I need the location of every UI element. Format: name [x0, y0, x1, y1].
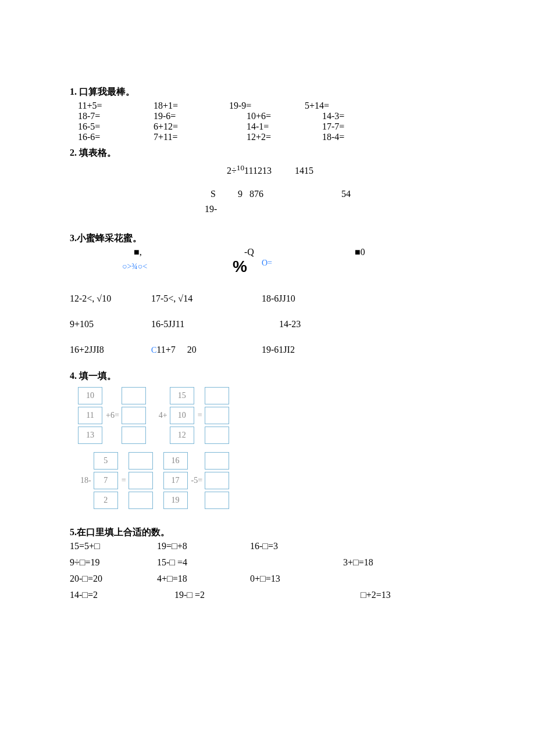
q2-text: 2÷ — [227, 166, 237, 175]
q3-cell: 16-5JJ11 — [151, 319, 262, 329]
q4-box: 10 — [170, 407, 194, 424]
q2-text: 19- — [205, 204, 217, 214]
q3-sym: O= — [262, 259, 272, 268]
q2-body: 2÷10111213 1415 S 9 876 54 19- — [198, 162, 465, 216]
q3-bee: -Q — [244, 247, 355, 257]
q4-box — [205, 407, 229, 424]
q4-box — [205, 472, 229, 489]
q1-cell: 19-6= — [154, 111, 229, 121]
q1-cell: 14-1= — [229, 121, 322, 132]
q3-row: 12-2<, √10 17-5<, √14 18-6JJ10 — [70, 293, 465, 304]
q4-box: 16 — [163, 452, 188, 470]
q1-row: 16-5= 6+12= 14-1= 17-7= — [78, 121, 465, 132]
q2-heading: 2. 填表格。 — [70, 147, 465, 159]
q2-sup: 10 — [237, 163, 244, 172]
q5-cell: 20-□=20 — [70, 574, 157, 584]
q4-box — [205, 427, 229, 444]
q1-row: 11+5= 18+1= 19-9= 5+14= — [78, 101, 465, 111]
q4-box: 15 — [170, 387, 194, 404]
q4-op: -5= — [189, 476, 205, 485]
q4-box: 10 — [78, 387, 102, 404]
q1-cell: 10+6= — [229, 111, 322, 121]
q5-heading: 5.在口里填上合适的数。 — [70, 526, 465, 539]
q3-c-prefix: C — [151, 346, 156, 354]
q1-cell: 7+11= — [154, 132, 229, 142]
q1-cell: 18+1= — [154, 101, 229, 111]
q5-cell: 15=5+□ — [70, 541, 157, 551]
q3-cell: 14-23 — [279, 319, 372, 329]
q1-cell: 18-7= — [78, 111, 154, 121]
q4-op: 18- — [78, 476, 94, 485]
q4-box — [205, 452, 229, 470]
q4-box: 7 — [94, 472, 118, 489]
q3-sym: % — [233, 257, 349, 276]
q5-cell: 19-□ =2 — [157, 590, 268, 600]
q4-box: 11 — [78, 407, 102, 424]
q1-cell: 16-6= — [78, 132, 154, 142]
q4-box: 2 — [94, 492, 118, 509]
q1-cell: 17-7= — [322, 121, 398, 132]
q3-cell: 9+105 — [70, 319, 151, 329]
q3-bee: ■, — [134, 247, 244, 257]
q2-text: S — [211, 189, 216, 199]
q3-bee-row: ■, -Q ■0 — [134, 247, 465, 257]
q4-box — [205, 492, 229, 509]
q5-row: 20-□=20 4+□=18 0+□=13 — [70, 574, 465, 584]
q1-cell: 12+2= — [229, 132, 322, 142]
q5-cell: □+2=13 — [361, 590, 391, 600]
q2-line: 2÷10111213 1415 — [198, 162, 465, 178]
q1-cell: 16-5= — [78, 121, 154, 132]
q4-box — [122, 427, 146, 444]
q4-box: 17 — [163, 472, 188, 489]
q3-row: 16+2JJI8 C11+7 20 19-61JI2 — [70, 345, 465, 355]
q4-box — [205, 387, 229, 404]
q1-body: 11+5= 18+1= 19-9= 5+14= 18-7= 19-6= 10+6… — [70, 101, 465, 142]
q2-text: 111213 — [244, 166, 272, 175]
q4-box — [129, 452, 153, 470]
q1-cell: 19-9= — [229, 101, 305, 111]
q5-cell: 9÷□=19 — [70, 557, 157, 568]
q5-cell: 0+□=13 — [250, 574, 343, 584]
q4-op: = — [195, 411, 205, 420]
q3-cell: 16+2JJI8 — [70, 345, 151, 355]
q3-cell: 17-5<, √14 — [151, 293, 262, 304]
q3-sym-row: ○>¾○< % O= — [122, 257, 465, 276]
q3-bee: ■0 — [355, 247, 365, 257]
q4-box: 5 — [94, 452, 118, 470]
q5-cell: 19=□+8 — [157, 541, 250, 551]
q4-box — [129, 472, 153, 489]
q2-text: 54 — [341, 189, 351, 199]
q1-row: 18-7= 19-6= 10+6= 14-3= — [78, 111, 465, 121]
q5-cell: 16-□=3 — [250, 541, 343, 551]
q4-box: 13 — [78, 427, 102, 444]
q1-cell: 5+14= — [305, 101, 380, 111]
q3-sym: ○>¾○< — [122, 262, 233, 271]
q4-block: 4+ 15 = 4+ 10 = 4+ 12 = — [156, 386, 230, 445]
q4-op: 4+ — [156, 411, 170, 420]
q5-row: 9÷□=19 15-□ =4 3+□=18 — [70, 557, 465, 568]
q1-cell: 14-3= — [322, 111, 398, 121]
q2-text: 1415 — [295, 166, 313, 175]
q2-text: 9 876 — [238, 189, 263, 199]
q4-op: = — [119, 476, 129, 485]
q3-cell: C11+7 20 — [151, 345, 262, 355]
q3-row: 9+105 16-5JJ11 14-23 — [70, 319, 465, 329]
q4-block: 16 -5= 17 -5= 19 -5= — [163, 451, 231, 510]
q4-box: 12 — [170, 427, 194, 444]
q1-cell: 18-4= — [322, 132, 398, 142]
q4-block: 10 +6= 11 +6= 13 +6= — [78, 386, 147, 445]
q4-box — [122, 387, 146, 404]
q3-cell-text: 11+7 20 — [156, 345, 196, 354]
q5-cell: 3+□=18 — [343, 557, 373, 568]
q3-cell: 19-61JI2 — [262, 345, 355, 355]
q4-block: 18- 5 = 18- 7 = 18- 2 = — [78, 451, 154, 510]
q5-row: 14-□=2 19-□ =2 □+2=13 — [70, 590, 465, 600]
q5-cell: 15-□ =4 — [157, 557, 250, 568]
q1-heading: 1. 口算我最棒。 — [70, 86, 465, 98]
q3-cell: 18-6JJ10 — [262, 293, 355, 304]
q4-box: 19 — [163, 492, 188, 509]
q4-op: +6= — [104, 411, 122, 420]
q3-cell: 12-2<, √10 — [70, 293, 151, 304]
q1-row: 16-6= 7+11= 12+2= 18-4= — [78, 132, 465, 142]
q2-line: S 9 876 54 — [198, 187, 465, 202]
